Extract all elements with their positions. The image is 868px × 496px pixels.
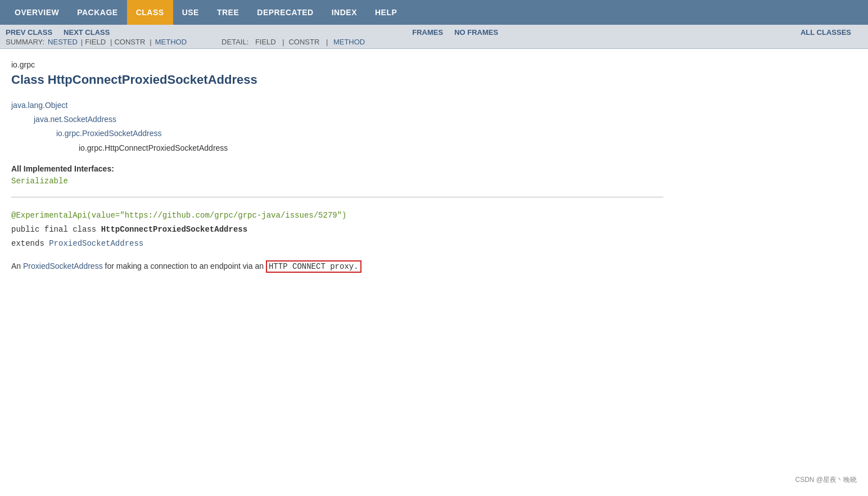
hierarchy-item-1: java.net.SocketAddress [34,112,663,127]
pipe2: | [110,38,112,46]
hierarchy-link-2[interactable]: io.grpc.ProxiedSocketAddress [56,129,162,138]
nav-deprecated[interactable]: DEPRECATED [248,0,322,25]
detail-method-link[interactable]: METHOD [333,38,365,46]
pipe3: | [150,38,151,46]
summary-field-text: FIELD [85,38,106,46]
class-hierarchy: java.lang.Object java.net.SocketAddress … [11,98,663,155]
code-line-extends: extends ProxiedSocketAddress [11,237,663,251]
nav-overview[interactable]: OVERVIEW [6,0,68,25]
desc-middle: for making a connection to an endpoint v… [103,261,264,270]
detail-field-text: FIELD [255,38,276,46]
summary-constr-text: CONSTR [114,38,145,46]
serializable-link[interactable]: Serializable [11,177,68,186]
class-description: An ProxiedSocketAddress for making a con… [11,260,663,273]
hierarchy-item-0: java.lang.Object [11,98,663,112]
detail-section: DETAIL: FIELD | CONSTR | METHOD [221,38,366,46]
class-title: Class HttpConnectProxiedSocketAddress [11,73,663,87]
hierarchy-item-3: io.grpc.HttpConnectProxiedSocketAddress [79,141,663,155]
interfaces-label: All Implemented Interfaces: [11,164,663,173]
extends-keyword: extends [11,239,49,248]
hierarchy-item-2: io.grpc.ProxiedSocketAddress [56,127,663,141]
package-name: io.grpc [11,60,663,69]
no-frames-link[interactable]: NO FRAMES [454,28,498,37]
annotation-line: @ExperimentalApi(value="https://github.c… [11,209,663,223]
http-connect-highlight: HTTP CONNECT proxy. [266,260,361,273]
interface-link: Serializable [11,177,663,186]
nav-help[interactable]: HELP [366,0,406,25]
prev-class-link[interactable]: PREV CLASS [6,28,52,37]
pipe5: | [326,38,328,46]
pipe4: | [282,38,284,46]
frames-link[interactable]: FRAMES [412,28,443,37]
summary-method-link[interactable]: METHOD [155,38,187,46]
nav-index[interactable]: INDEX [323,0,366,25]
class-name-bold: HttpConnectProxiedSocketAddress [101,225,247,234]
nav-use[interactable]: USE [173,0,208,25]
main-content: io.grpc Class HttpConnectProxiedSocketAd… [0,49,675,296]
next-class-link[interactable]: NEXT CLASS [64,28,110,37]
code-line-class: public final class HttpConnectProxiedSoc… [11,223,663,237]
annotation-text: @ExperimentalApi(value="https://github.c… [11,211,347,220]
hierarchy-link-0[interactable]: java.lang.Object [11,101,67,110]
summary-nested-link[interactable]: NESTED [48,38,78,46]
nav-tree[interactable]: TREE [208,0,248,25]
sub-navigation: PREV CLASS NEXT CLASS FRAMES NO FRAMES A… [0,25,868,49]
desc-before: An [11,261,23,270]
public-final-keyword: public final class [11,225,101,234]
nav-package[interactable]: PACKAGE [68,0,126,25]
section-divider [11,197,663,197]
hierarchy-link-1[interactable]: java.net.SocketAddress [34,115,116,124]
all-classes-link[interactable]: ALL CLASSES [801,28,851,37]
code-block: @ExperimentalApi(value="https://github.c… [11,209,663,251]
detail-constr-text: CONSTR [288,38,319,46]
extends-link[interactable]: ProxiedSocketAddress [49,239,143,248]
detail-label: DETAIL: [221,38,248,46]
hierarchy-text-3: io.grpc.HttpConnectProxiedSocketAddress [79,143,228,152]
summary-label: SUMMARY: [6,38,44,46]
nav-class[interactable]: CLASS [127,0,173,25]
pipe1: | [81,38,83,46]
proxied-socket-address-link[interactable]: ProxiedSocketAddress [23,261,103,270]
top-navigation: OVERVIEW PACKAGE CLASS USE TREE DEPRECAT… [0,0,868,25]
